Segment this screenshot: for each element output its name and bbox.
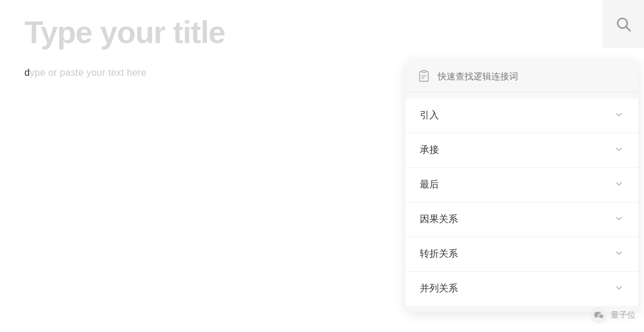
watermark-text: 量子位 (611, 310, 636, 321)
connector-item-label: 转折关系 (420, 248, 458, 260)
connector-list-item[interactable]: 因果关系 (405, 202, 638, 237)
main-area: Type your title d ype or paste your text… (0, 0, 644, 332)
svg-rect-2 (422, 70, 426, 73)
chevron-down-icon (614, 283, 624, 294)
title-placeholder[interactable]: Type your title (24, 16, 620, 50)
connector-item-label: 并列关系 (420, 282, 458, 295)
wechat-icon (590, 307, 607, 324)
connector-list-item[interactable]: 引入 (405, 99, 638, 133)
clipboard-icon (417, 69, 431, 82)
search-icon (615, 16, 631, 32)
connector-list: 引入承接最后因果关系转折关系并列关系 (405, 99, 638, 306)
chevron-down-icon (614, 179, 624, 190)
watermark: 量子位 (590, 307, 636, 324)
title-area: Type your title (0, 0, 644, 50)
chevron-down-icon (614, 214, 624, 225)
connector-list-item[interactable]: 承接 (405, 133, 638, 168)
chevron-down-icon (614, 248, 624, 260)
connector-panel: 引入承接最后因果关系转折关系并列关系 (405, 60, 638, 312)
connector-item-label: 引入 (420, 109, 439, 122)
connector-item-label: 因果关系 (420, 213, 458, 226)
cursor-char: d (24, 67, 30, 78)
panel-search-bar (405, 60, 638, 93)
connector-item-label: 承接 (420, 144, 439, 156)
panel-search-input[interactable] (438, 71, 626, 81)
connector-list-item[interactable]: 并列关系 (405, 272, 638, 306)
chevron-down-icon (614, 110, 624, 121)
editor-placeholder: ype or paste your text here (30, 67, 147, 78)
connector-item-label: 最后 (420, 179, 439, 191)
connector-list-item[interactable]: 最后 (405, 168, 638, 202)
search-button[interactable] (602, 0, 644, 48)
svg-line-1 (626, 27, 630, 30)
connector-list-item[interactable]: 转折关系 (405, 237, 638, 272)
chevron-down-icon (614, 145, 624, 156)
